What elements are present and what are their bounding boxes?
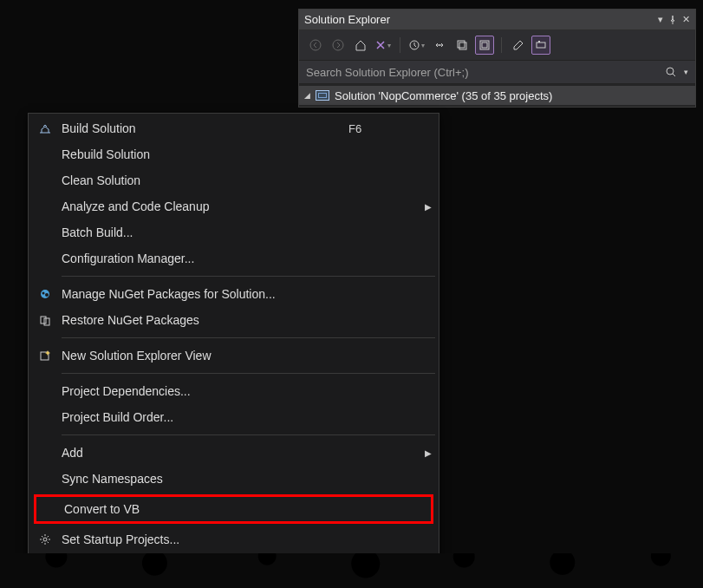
menu-manage-nuget[interactable]: Manage NuGet Packages for Solution... — [29, 281, 439, 307]
build-icon — [29, 121, 62, 135]
menu-label: Rebuild Solution — [62, 147, 348, 161]
svg-rect-7 — [537, 42, 545, 48]
solution-explorer-titlebar: Solution Explorer ▾ ✕ — [299, 10, 695, 30]
menu-restore-nuget[interactable]: Restore NuGet Packages — [29, 307, 439, 333]
menu-label: Configuration Manager... — [62, 252, 348, 265]
menu-label: Restore NuGet Packages — [62, 313, 348, 327]
menu-shortcut: F6 — [348, 122, 418, 135]
search-solution-explorer[interactable]: Search Solution Explorer (Ctrl+;) ▾ — [299, 60, 695, 84]
menu-clean-solution[interactable]: Clean Solution — [29, 167, 439, 193]
forward-icon[interactable] — [329, 36, 348, 55]
submenu-arrow-icon: ▶ — [418, 202, 439, 212]
expand-caret-icon[interactable]: ◢ — [304, 91, 310, 100]
pin-icon[interactable] — [668, 16, 677, 24]
solution-explorer-panel: Solution Explorer ▾ ✕ Search Solution Ex… — [298, 9, 696, 108]
back-icon[interactable] — [306, 36, 325, 55]
submenu-arrow-icon: ▶ — [418, 448, 439, 458]
menu-label: Clean Solution — [62, 173, 348, 187]
svg-rect-13 — [41, 317, 46, 323]
menu-separator — [62, 276, 435, 277]
home-icon[interactable] — [351, 36, 370, 55]
menu-new-explorer-view[interactable]: New Solution Explorer View — [29, 343, 439, 369]
collapse-all-icon[interactable] — [475, 36, 494, 55]
menu-convert-to-vb[interactable]: Convert to VB — [36, 497, 431, 521]
show-all-files-icon[interactable] — [452, 36, 472, 55]
svg-point-1 — [333, 40, 343, 50]
preview-icon[interactable] — [531, 36, 550, 55]
menu-set-startup-projects[interactable]: Set Startup Projects... — [29, 526, 439, 552]
solution-context-menu: Build Solution F6 Rebuild Solution Clean… — [28, 113, 439, 588]
menu-label: Analyze and Code Cleanup — [62, 199, 348, 213]
close-icon[interactable]: ✕ — [682, 14, 690, 25]
new-view-icon — [29, 350, 62, 362]
menu-project-dependencies[interactable]: Project Dependencies... — [29, 378, 439, 404]
solution-root-node[interactable]: ◢ Solution 'NopCommerce' (35 of 35 proje… — [299, 86, 695, 105]
menu-label: Add — [62, 446, 348, 460]
search-placeholder: Search Solution Explorer (Ctrl+;) — [306, 66, 469, 79]
menu-label: New Solution Explorer View — [62, 349, 348, 363]
properties-icon[interactable] — [509, 36, 528, 55]
menu-sync-namespaces[interactable]: Sync Namespaces — [29, 466, 439, 492]
svg-rect-14 — [44, 318, 49, 325]
solution-icon — [316, 90, 329, 101]
svg-rect-8 — [538, 41, 540, 42]
menu-separator — [62, 434, 435, 435]
solution-tree: ◢ Solution 'NopCommerce' (35 of 35 proje… — [299, 84, 695, 107]
svg-point-16 — [43, 538, 47, 541]
svg-point-9 — [667, 68, 674, 75]
window-menu-icon[interactable]: ▾ — [658, 14, 663, 25]
menu-build-solution[interactable]: Build Solution F6 — [29, 115, 439, 141]
menu-label: Set Startup Projects... — [62, 532, 348, 546]
menu-label: Sync Namespaces — [62, 472, 348, 486]
svg-rect-3 — [458, 41, 465, 48]
svg-rect-6 — [482, 42, 487, 48]
toolbar-separator — [400, 37, 400, 53]
toolbar-separator — [501, 37, 502, 53]
menu-label: Convert to VB — [64, 502, 341, 516]
pending-changes-icon[interactable] — [407, 36, 426, 55]
gear-icon — [29, 533, 62, 546]
sync-icon[interactable] — [430, 36, 449, 55]
solution-explorer-toolbar — [299, 30, 695, 60]
menu-label: Build Solution — [62, 121, 348, 135]
menu-project-build-order[interactable]: Project Build Order... — [29, 404, 439, 430]
highlighted-menu-item: Convert to VB — [34, 494, 433, 524]
menu-label: Project Build Order... — [62, 410, 348, 424]
menu-analyze-code-cleanup[interactable]: Analyze and Code Cleanup ▶ — [29, 193, 439, 219]
svg-point-12 — [45, 293, 49, 297]
torn-edge-decoration — [0, 553, 703, 588]
menu-label: Batch Build... — [62, 225, 348, 239]
solution-root-label: Solution 'NopCommerce' (35 of 35 project… — [335, 89, 552, 102]
menu-separator — [62, 337, 435, 338]
menu-add[interactable]: Add ▶ — [29, 440, 439, 466]
search-dropdown-icon[interactable]: ▾ — [684, 68, 688, 76]
menu-label: Manage NuGet Packages for Solution... — [62, 287, 348, 301]
nuget-icon — [29, 288, 62, 300]
window-controls: ▾ ✕ — [658, 14, 690, 25]
svg-point-0 — [310, 40, 321, 50]
svg-rect-4 — [459, 42, 466, 49]
menu-label: Project Dependencies... — [62, 384, 348, 398]
menu-rebuild-solution[interactable]: Rebuild Solution — [29, 141, 439, 167]
restore-nuget-icon — [29, 314, 62, 326]
solution-explorer-title: Solution Explorer — [304, 13, 390, 26]
menu-configuration-manager[interactable]: Configuration Manager... — [29, 245, 439, 271]
menu-separator — [62, 373, 435, 374]
search-icon[interactable] — [665, 66, 677, 78]
svg-point-11 — [42, 292, 45, 295]
menu-batch-build[interactable]: Batch Build... — [29, 219, 439, 245]
switch-views-icon[interactable] — [374, 36, 393, 55]
